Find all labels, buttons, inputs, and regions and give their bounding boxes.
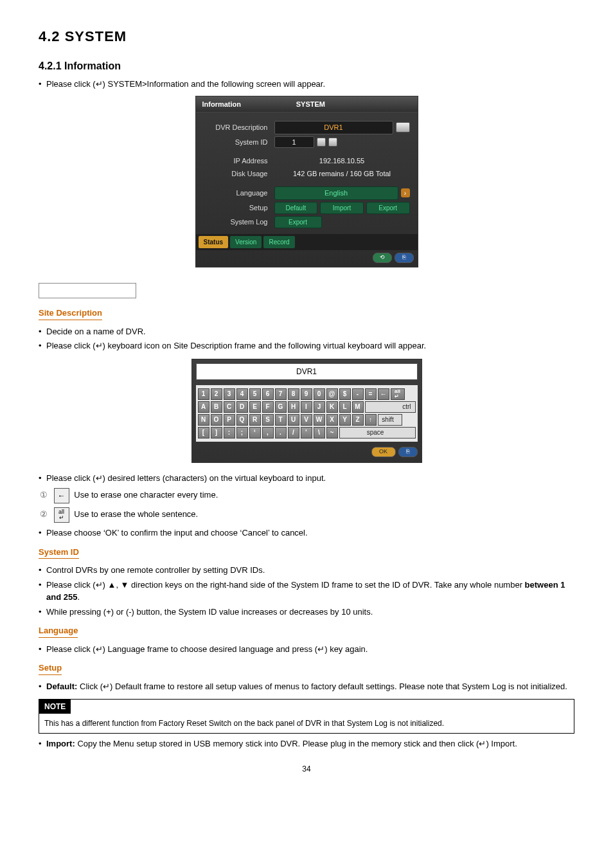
key-at[interactable]: @: [326, 388, 338, 400]
setup-import-button[interactable]: Import: [320, 202, 364, 214]
key-9[interactable]: 9: [301, 388, 312, 400]
key-x[interactable]: X: [326, 414, 338, 426]
key-m[interactable]: M: [352, 401, 364, 413]
key-l[interactable]: L: [339, 401, 351, 413]
site-desc-bullet-1: Decide on a name of DVR.: [39, 325, 574, 338]
key-t[interactable]: T: [275, 414, 287, 426]
key-lquote[interactable]: ‘: [249, 427, 261, 439]
key-f[interactable]: F: [262, 401, 274, 413]
label-system-id: System ID: [204, 137, 274, 148]
sysid-bullet-1: Control DVRs by one remote controller by…: [39, 564, 574, 577]
key-0[interactable]: 0: [314, 388, 325, 400]
key-6[interactable]: 6: [262, 388, 274, 400]
key-n[interactable]: N: [198, 414, 209, 426]
subsection-heading: 4.2.1 Information: [39, 59, 574, 74]
vk-ok-button[interactable]: OK: [371, 447, 396, 457]
key-z[interactable]: Z: [352, 414, 364, 426]
key-v[interactable]: V: [301, 414, 312, 426]
key-s[interactable]: S: [262, 414, 274, 426]
key-3[interactable]: 3: [224, 388, 235, 400]
key-comma[interactable]: ,: [262, 427, 274, 439]
key-4[interactable]: 4: [236, 388, 248, 400]
tab-status[interactable]: Status: [199, 236, 229, 248]
field-system-id[interactable]: 1: [274, 136, 314, 149]
vk-row-3: N O P Q R S T U V W X Y Z ↑ shift: [198, 414, 416, 426]
field-dvr-description[interactable]: DVR1: [274, 121, 393, 134]
key-clear-all-icon[interactable]: all↵: [391, 388, 405, 400]
key-8[interactable]: 8: [288, 388, 299, 400]
heading-system-id: System ID: [39, 546, 79, 559]
key-equals[interactable]: =: [365, 388, 377, 400]
system-info-panel: Information SYSTEM DVR Description DVR1 …: [195, 96, 418, 267]
note-body: This has a different function from Facto…: [39, 714, 574, 733]
key-r[interactable]: R: [249, 414, 261, 426]
key-shift[interactable]: shift: [378, 414, 402, 426]
setup-export-button[interactable]: Export: [366, 202, 410, 214]
key-a[interactable]: A: [198, 401, 209, 413]
panel-tab-information: Information: [202, 99, 296, 110]
tab-record[interactable]: Record: [263, 236, 294, 248]
key-lbracket[interactable]: [: [198, 427, 209, 439]
key-u[interactable]: U: [288, 414, 299, 426]
key-p[interactable]: P: [224, 414, 235, 426]
key-j[interactable]: J: [314, 401, 325, 413]
vk-instruction-2: Please choose ‘OK’ to confirm the input …: [39, 527, 574, 539]
site-desc-bullet-2: Please click (↵) keyboard icon on Site D…: [39, 339, 574, 352]
key-backspace-icon[interactable]: ←: [378, 388, 389, 400]
key-dash[interactable]: -: [352, 388, 364, 400]
panel-back-icon[interactable]: ⟲: [373, 253, 392, 263]
key-e[interactable]: E: [249, 401, 261, 413]
key-h[interactable]: H: [288, 401, 299, 413]
key-k[interactable]: K: [326, 401, 338, 413]
vk-exit-icon[interactable]: ⎘: [398, 447, 418, 457]
label-system-log: System Log: [204, 217, 274, 228]
key-b[interactable]: B: [211, 401, 222, 413]
key-semicolon[interactable]: ;: [236, 427, 248, 439]
value-disk-usage: 142 GB remains / 160 GB Total: [274, 168, 410, 179]
key-5[interactable]: 5: [249, 388, 261, 400]
key-rquote[interactable]: ’: [301, 427, 312, 439]
key-tilde[interactable]: ~: [326, 427, 338, 439]
key-space[interactable]: space: [339, 427, 416, 439]
key-7[interactable]: 7: [275, 388, 287, 400]
key-backslash[interactable]: \: [314, 427, 325, 439]
key-dollar[interactable]: $: [339, 388, 351, 400]
key-shift-arrow-icon[interactable]: ↑: [365, 414, 377, 426]
key-w[interactable]: W: [314, 414, 325, 426]
panel-title-system: SYSTEM: [296, 99, 411, 110]
label-language: Language: [204, 188, 274, 199]
tab-version[interactable]: Version: [230, 236, 262, 248]
key-d[interactable]: D: [236, 401, 248, 413]
key-ctrl[interactable]: ctrl: [365, 401, 416, 413]
note-heading: NOTE: [39, 700, 71, 714]
note-box: NOTE This has a different function from …: [39, 699, 574, 734]
setup-import-bullet: Import: Copy the Menu setup stored in US…: [39, 737, 574, 750]
system-id-down-icon[interactable]: [317, 138, 326, 147]
virtual-keyboard-panel: DVR1 1 2 3 4 5 6 7 8 9 0 @ $ - = ← all↵ …: [191, 359, 422, 463]
key-i[interactable]: I: [301, 401, 312, 413]
field-language[interactable]: English: [274, 186, 398, 200]
key-slash[interactable]: /: [288, 427, 299, 439]
enum-1-marker: ①: [39, 489, 49, 502]
key-2[interactable]: 2: [211, 388, 222, 400]
key-c[interactable]: C: [224, 401, 235, 413]
key-colon[interactable]: :: [224, 427, 235, 439]
syslog-export-button[interactable]: Export: [274, 216, 322, 228]
sysid-bullet-3: While pressing (+) or (-) button, the Sy…: [39, 606, 574, 619]
setup-default-button[interactable]: Default: [274, 202, 318, 214]
vk-display: DVR1: [196, 363, 418, 380]
heading-site-description: Site Description: [39, 307, 102, 320]
keyboard-icon[interactable]: [396, 122, 410, 132]
key-y[interactable]: Y: [339, 414, 351, 426]
key-1[interactable]: 1: [198, 388, 209, 400]
key-rbracket[interactable]: ]: [211, 427, 222, 439]
system-id-up-icon[interactable]: [328, 138, 337, 147]
key-q[interactable]: Q: [236, 414, 248, 426]
label-ip-address: IP Address: [204, 156, 274, 167]
key-o[interactable]: O: [211, 414, 222, 426]
label-setup: Setup: [204, 203, 274, 213]
key-period[interactable]: .: [275, 427, 287, 439]
panel-exit-icon[interactable]: ⎘: [395, 253, 414, 263]
key-g[interactable]: G: [275, 401, 287, 413]
language-next-icon[interactable]: ›: [401, 188, 410, 197]
